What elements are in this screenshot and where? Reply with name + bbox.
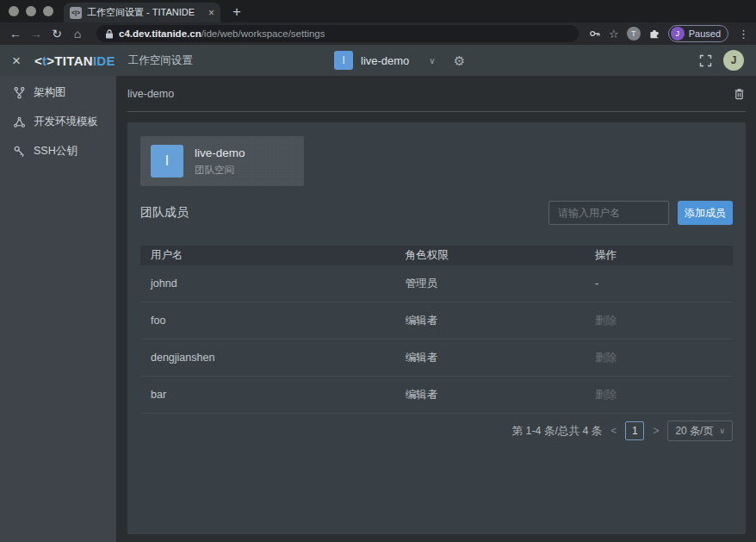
chevron-down-icon[interactable]: ∨ [429,56,435,65]
app-header: × <t>TITANIDE 工作空间设置 l live-demo ∨ ⚙ J [0,45,756,76]
table-row: bar 编辑者 删除 [140,377,733,414]
sidebar: 架构图 开发环境模板 SSH公钥 [0,76,116,542]
sidebar-item-label: 开发环境模板 [34,115,98,129]
members-table: 用户名 角色权限 操作 johnd 管理员 - foo 编辑者 删除 [140,246,733,414]
delete-member-link[interactable]: 删除 [585,388,733,402]
logo-name-primary: TITAN [54,53,93,68]
tab-strip: <|> 工作空间设置 - TITANIDE × + [0,0,756,22]
sidebar-item-label: SSH公钥 [34,144,77,159]
cell-username: bar [140,389,395,401]
reload-button[interactable]: ↻ [48,28,65,40]
page-title: 工作空间设置 [128,53,193,68]
url-domain: c4.dev.titanide.cn [119,28,201,39]
cell-username: johnd [140,277,395,290]
zoom-window-button[interactable] [43,6,53,16]
fullscreen-icon[interactable] [699,54,712,67]
browser-tab[interactable]: <|> 工作空间设置 - TITANIDE × [64,3,220,22]
prev-page-button[interactable]: < [610,425,617,437]
app-close-icon[interactable]: × [12,53,21,68]
back-button[interactable]: ← [7,28,24,40]
tab-favicon-icon: <|> [70,7,82,19]
add-member-button[interactable]: 添加成员 [678,201,733,225]
workspace-card-type: 团队空间 [195,164,245,177]
logo-bracket-close: > [46,53,54,68]
delete-workspace-trash-icon[interactable] [733,87,746,101]
minimize-window-button[interactable] [26,6,36,16]
profile-chip[interactable]: J Paused [668,25,728,42]
column-header-username: 用户名 [140,248,395,263]
delete-member-link[interactable]: 删除 [585,351,733,365]
column-header-actions: 操作 [585,248,733,263]
pagination-summary: 第 1-4 条/总共 4 条 [511,424,602,439]
bookmark-star-icon[interactable]: ☆ [609,28,619,40]
cell-username: foo [140,315,395,327]
workspace-card-avatar: l [151,145,183,178]
delete-member-link[interactable]: 删除 [585,314,733,328]
settings-gear-icon[interactable]: ⚙ [454,54,465,67]
workspace-switcher[interactable]: l live-demo ∨ ⚙ [334,45,465,76]
profile-status: Paused [689,28,721,39]
cell-role: 编辑者 [395,351,585,365]
page-size-select[interactable]: 20 条/页 ∨ [667,421,733,441]
tab-close-icon[interactable]: × [208,8,214,18]
tab-title: 工作空间设置 - TITANIDE [87,6,203,19]
workspace-card-name: live-demo [195,146,245,159]
workspace-name: live-demo [361,54,409,67]
breadcrumb-bar: live-demo [116,76,756,111]
pagination: 第 1-4 条/总共 4 条 < 1 > 20 条/页 ∨ [140,421,733,441]
workspace-avatar: l [334,51,353,70]
template-triangle-icon [13,115,26,128]
sidebar-item-label: 架构图 [34,85,66,100]
home-button[interactable]: ⌂ [69,28,86,40]
username-input[interactable] [548,201,669,225]
sidebar-item-ssh-key[interactable]: SSH公钥 [0,136,116,165]
forward-button[interactable]: → [28,28,45,40]
browser-menu-icon[interactable]: ⋮ [738,28,749,40]
user-avatar[interactable]: J [723,50,744,71]
brand-logo: <t>TITANIDE [34,53,115,68]
breadcrumb: live-demo [127,88,174,100]
new-tab-button[interactable]: + [232,4,241,22]
profile-avatar: J [671,27,685,40]
logo-bracket-open: < [34,53,42,68]
logo-name-accent: IDE [93,53,115,68]
breadcrumb-divider [127,111,746,112]
close-window-button[interactable] [9,6,19,16]
page-size-value: 20 条/页 [675,424,713,439]
url-path: /ide/web/workspace/settings [201,28,325,39]
main-content: live-demo l live-demo 团队空间 [116,76,756,542]
cell-role: 管理员 [395,277,585,291]
extension-avatar-icon[interactable]: T [627,27,641,40]
page-number-button[interactable]: 1 [625,421,644,440]
address-bar[interactable]: c4.dev.titanide.cn/ide/web/workspace/set… [96,25,579,42]
settings-panel: l live-demo 团队空间 团队成员 添加成员 用户名 [127,122,746,534]
password-key-icon[interactable] [589,28,601,40]
traffic-lights [0,0,64,22]
lock-icon [105,29,114,39]
architecture-branch-icon [13,86,26,99]
members-section-title: 团队成员 [140,205,189,221]
extensions-puzzle-icon[interactable] [648,28,660,40]
ssh-key-icon [13,145,26,158]
table-row: johnd 管理员 - [140,265,733,302]
cell-role: 编辑者 [395,314,585,328]
browser-window: <|> 工作空间设置 - TITANIDE × + ← → ↻ ⌂ c4.dev… [0,0,756,542]
table-row: foo 编辑者 删除 [140,302,733,340]
column-header-role: 角色权限 [395,248,585,263]
workspace-card: l live-demo 团队空间 [140,136,304,186]
table-header-row: 用户名 角色权限 操作 [140,246,733,265]
cell-action-none: - [585,277,733,290]
chevron-down-icon: ∨ [719,427,725,435]
table-row: dengjianshen 编辑者 删除 [140,340,733,377]
sidebar-item-architecture[interactable]: 架构图 [0,78,116,107]
sidebar-item-dev-template[interactable]: 开发环境模板 [0,107,116,136]
browser-toolbar: ← → ↻ ⌂ c4.dev.titanide.cn/ide/web/works… [0,22,756,45]
cell-role: 编辑者 [395,388,585,402]
next-page-button[interactable]: > [653,425,659,437]
cell-username: dengjianshen [140,352,395,364]
